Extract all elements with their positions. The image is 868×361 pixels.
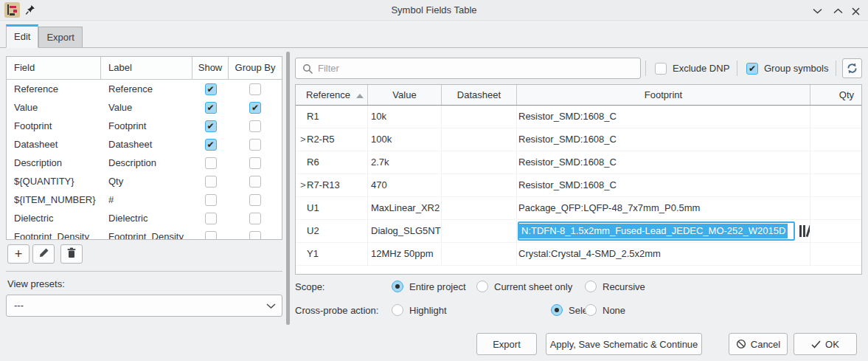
scope-recursive[interactable]: Recursive [585,279,645,294]
field-row[interactable]: Reference Reference [7,80,282,98]
show-checkbox[interactable] [205,194,217,206]
filter-input[interactable] [318,59,635,78]
delete-field-button[interactable] [60,244,83,264]
exclude-dnp-checkbox[interactable] [655,63,667,75]
table-row[interactable]: >R7-R13 470 Resistor_SMD:1608_C [296,174,861,197]
groupby-checkbox[interactable] [249,176,261,188]
qty-cell [810,243,861,265]
radio-icon[interactable] [392,281,403,292]
ok-button[interactable]: OK [794,333,857,355]
col-header-datasheet[interactable]: Datasheet [442,85,517,105]
scope-label: Scope: [295,280,324,295]
table-row[interactable]: U2 Dialog_SLG5NT N:TDFN-8_1.5x2mm_Fused-… [296,220,861,243]
show-checkbox[interactable] [205,83,217,95]
col-header-show: Show [192,57,229,79]
field-name: Reference [7,83,101,94]
qty-cell [810,220,861,242]
panel-splitter[interactable] [286,52,290,325]
export-button[interactable]: Export [476,333,537,355]
radio-icon[interactable] [476,281,488,292]
field-row[interactable]: Description Description [7,154,282,172]
radio-icon[interactable] [585,281,597,292]
col-header-qty[interactable]: Qty [810,85,861,105]
col-header-value[interactable]: Value [368,85,442,105]
show-checkbox[interactable] [205,157,217,169]
sort-ascending-icon [356,94,364,98]
add-field-button[interactable]: + [7,244,29,264]
library-browse-icon[interactable] [799,225,810,238]
table-row[interactable]: R1 10k Resistor_SMD:1608_C [296,106,861,128]
qty-cell [810,151,861,173]
qty-cell [810,197,861,219]
footprint-cell-editing: N:TDFN-8_1.5x2mm_Fused-Lead_JEDEC_MO-252… [517,220,810,242]
tab-edit[interactable]: Edit [6,24,38,48]
field-row[interactable]: ${ITEM_NUMBER} # [7,190,282,209]
groupby-checkbox[interactable] [249,213,261,224]
field-row[interactable]: Footprint_Density Footprint_Density [7,227,282,240]
groupby-checkbox[interactable] [249,157,261,169]
field-name: ${ITEM_NUMBER} [7,194,101,205]
show-checkbox[interactable] [205,120,217,132]
view-presets-label: View presets: [7,278,65,289]
window-shade-button[interactable] [810,4,824,18]
group-symbols-option[interactable]: Group symbols [746,59,828,78]
cross-probe-highlight[interactable]: Highlight [392,303,447,317]
field-row[interactable]: Value Value [7,98,282,117]
footprint-cell: Package_QFP:LQFP-48_7x7mm_P0.5mm [517,197,810,219]
groupby-checkbox[interactable] [249,120,261,132]
show-checkbox[interactable] [205,231,217,241]
window-maximize-button[interactable] [830,4,845,18]
refresh-button[interactable] [842,58,862,78]
footprint-cell: Resistor_SMD:1608_C [517,128,810,151]
fields-table: Field Label Show Group By Reference Refe… [6,56,282,240]
apply-save-continue-button[interactable]: Apply, Save Schematic & Continue [546,333,702,355]
field-label: Datasheet [101,139,192,150]
table-row[interactable]: >R2-R5 100k Resistor_SMD:1608_C [296,128,861,151]
show-checkbox[interactable] [205,102,217,114]
groupby-checkbox[interactable] [249,139,261,151]
view-presets-value: --- [14,300,24,311]
groupby-checkbox[interactable] [249,83,261,95]
field-row[interactable]: Datasheet Datasheet [7,135,282,154]
groupby-checkbox[interactable] [249,231,261,241]
groupby-checkbox[interactable] [249,102,261,114]
group-expander[interactable]: > [300,128,307,151]
cross-probe-none[interactable]: None [585,303,625,317]
tab-export[interactable]: Export [38,27,83,47]
reference-cell: U2 [307,225,319,236]
symbols-table-header: Reference Value Datasheet Footprint Qty [296,85,861,106]
field-row[interactable]: Footprint Footprint [7,117,282,135]
exclude-dnp-option[interactable]: Exclude DNP [655,59,729,78]
footprint-edit-input[interactable]: N:TDFN-8_1.5x2mm_Fused-Lead_JEDEC_MO-252… [518,221,795,241]
qty-cell [810,106,861,128]
col-header-reference[interactable]: Reference [296,85,368,105]
table-row[interactable]: R6 2.7k Resistor_SMD:1608_C [296,151,861,174]
radio-icon[interactable] [392,304,403,316]
field-row[interactable]: ${QUANTITY} Qty [7,172,282,190]
groupby-checkbox[interactable] [249,194,261,206]
show-checkbox[interactable] [205,139,217,151]
footprint-cell: Crystal:Crystal_4-SMD_2.5x2mm [517,243,810,265]
col-header-label: Label [101,57,192,79]
field-label: Dielectric [101,213,192,224]
field-name: Value [7,102,101,113]
table-row[interactable]: U1 MaxLinear_XR2 Package_QFP:LQFP-48_7x7… [296,197,861,220]
window-close-button[interactable] [848,4,863,18]
scope-current-sheet-only[interactable]: Current sheet only [476,279,572,294]
edit-field-button[interactable] [32,244,55,264]
cancel-button[interactable]: Cancel [729,333,788,355]
field-label: Value [101,102,192,113]
radio-icon[interactable] [585,304,597,316]
show-checkbox[interactable] [205,213,217,224]
tab-bar: Edit Export [0,21,868,48]
datasheet-cell [442,106,517,128]
radio-icon[interactable] [551,304,563,316]
scope-entire-project[interactable]: Entire project [392,279,466,294]
show-checkbox[interactable] [205,176,217,188]
group-expander[interactable]: > [300,174,307,196]
col-header-footprint[interactable]: Footprint [517,85,810,105]
group-symbols-checkbox[interactable] [746,63,758,75]
field-row[interactable]: Dielectric Dielectric [7,209,282,227]
table-row[interactable]: Y1 12MHz 50ppm Crystal:Crystal_4-SMD_2.5… [296,243,861,266]
view-presets-select[interactable]: --- [6,295,282,317]
